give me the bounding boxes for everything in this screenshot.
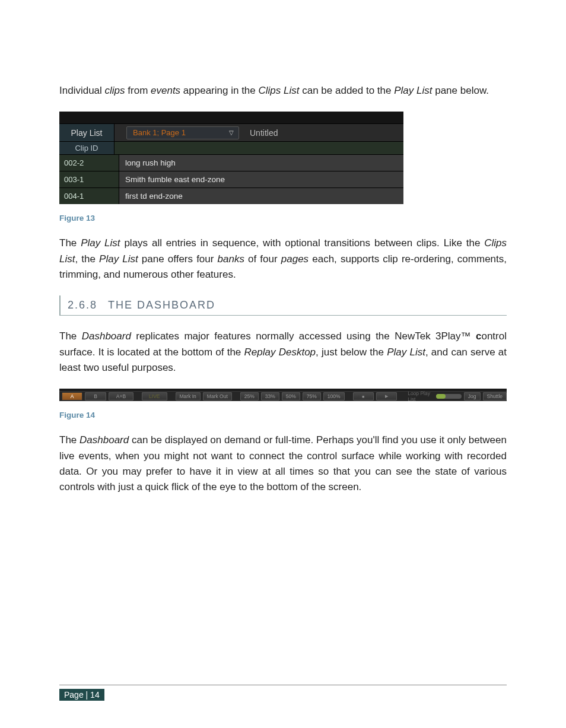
text: The — [59, 434, 80, 446]
text: can be added to the — [299, 85, 394, 96]
table-row[interactable]: 002-2 long rush high — [59, 154, 403, 171]
loop-playlist-label: Loop Play List — [405, 390, 433, 402]
mark-out-button[interactable]: Mark Out — [203, 392, 232, 400]
speed-33-button[interactable]: 33% — [261, 392, 279, 400]
page-number: Page | 14 — [59, 689, 104, 701]
output-b-button[interactable]: B — [85, 392, 106, 400]
text: , the — [75, 253, 99, 265]
text-italic: Play List — [387, 346, 425, 358]
section-heading: 2.6.8THE DASHBOARD — [59, 295, 507, 316]
clip-desc-cell: long rush high — [119, 155, 403, 171]
clip-id-cell: 003-1 — [59, 171, 119, 187]
bank-page-label: Bank 1; Page 1 — [133, 128, 186, 137]
bank-page-selector[interactable]: Bank 1; Page 1 ▽ — [126, 126, 239, 139]
text-italic: events — [151, 85, 180, 96]
text: of four — [244, 253, 281, 265]
text-italic: pages — [281, 253, 309, 265]
stop-button[interactable] — [353, 392, 374, 400]
dropdown-icon: ▽ — [229, 129, 234, 136]
page-footer: Page | 14 — [59, 685, 507, 701]
body-paragraph: The Dashboard can be displayed on demand… — [59, 433, 507, 495]
text-italic: Dashboard — [80, 434, 129, 446]
figure-caption: Figure 14 — [59, 411, 507, 419]
text: appearing in the — [180, 85, 258, 96]
shuttle-button[interactable]: Shuttle — [483, 392, 507, 400]
text: from — [125, 85, 151, 96]
text: The — [59, 237, 81, 249]
live-button[interactable]: LIVE — [142, 392, 167, 400]
body-paragraph: The Play List plays all entries in seque… — [59, 236, 507, 282]
figure-caption: Figure 13 — [59, 214, 507, 222]
output-a-button[interactable]: A — [62, 392, 82, 400]
text-italic: Replay Desktop — [244, 346, 316, 358]
section-number: 2.6.8 — [68, 299, 97, 311]
text-italic: Play List — [394, 85, 432, 96]
text: Individual — [59, 85, 105, 96]
text: pane offers four — [138, 253, 218, 265]
body-paragraph: The Dashboard replicates major features … — [59, 329, 507, 376]
section-title: THE DASHBOARD — [108, 299, 215, 311]
speed-100-button[interactable]: 100% — [323, 392, 345, 400]
dashboard-bar: A B A+B LIVE Mark In Mark Out 25% 33% 50… — [59, 389, 507, 401]
clip-desc-cell: Smith fumble east end-zone — [119, 171, 403, 187]
text: plays all entries in sequence, with opti… — [120, 237, 485, 249]
text: , just below the — [316, 346, 387, 358]
column-header-empty — [115, 141, 403, 154]
speed-75-button[interactable]: 75% — [303, 392, 321, 400]
text-italic: Play List — [99, 253, 138, 265]
text: The — [59, 330, 82, 342]
table-row[interactable]: 004-1 first td end-zone — [59, 187, 403, 204]
column-header-clip-id: Clip ID — [59, 141, 115, 154]
table-row[interactable]: 003-1 Smith fumble east end-zone — [59, 171, 403, 187]
text: pane below. — [432, 85, 488, 96]
clip-desc-cell: first td end-zone — [119, 188, 403, 204]
clip-id-cell: 002-2 — [59, 155, 119, 171]
text-italic: banks — [218, 253, 244, 265]
play-button[interactable] — [376, 392, 397, 400]
playlist-header-label: Play List — [59, 123, 115, 142]
text: replicates major features normally acces… — [131, 330, 476, 342]
text-italic: Play List — [81, 237, 120, 249]
output-ab-button[interactable]: A+B — [109, 392, 133, 400]
footer-rule — [59, 685, 507, 685]
playlist-panel: Play List Bank 1; Page 1 ▽ Untitled Clip… — [59, 112, 403, 204]
text-italic: Clips List — [259, 85, 300, 96]
intro-paragraph: Individual clips from events appearing i… — [59, 83, 507, 98]
text-italic: Dashboard — [82, 330, 131, 342]
text-italic: clips — [105, 85, 125, 96]
jog-button[interactable]: Jog — [464, 392, 481, 400]
speed-slider[interactable] — [436, 394, 462, 399]
clip-id-cell: 004-1 — [59, 188, 119, 204]
speed-50-button[interactable]: 50% — [282, 392, 300, 400]
mark-in-button[interactable]: Mark In — [176, 392, 201, 400]
speed-25-button[interactable]: 25% — [240, 392, 259, 400]
playlist-title-field[interactable]: Untitled — [250, 128, 278, 138]
